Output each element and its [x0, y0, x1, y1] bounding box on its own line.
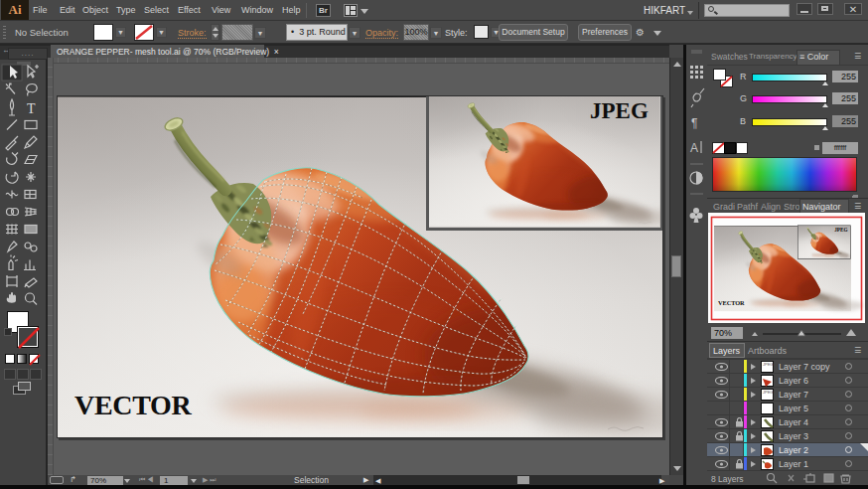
svg-text:VECTOR: VECTOR	[74, 390, 193, 420]
svg-text:A: A	[690, 141, 698, 155]
svg-text:JPEG: JPEG	[590, 98, 649, 123]
svg-text:T: T	[27, 101, 36, 116]
svg-text:¶: ¶	[691, 116, 697, 130]
